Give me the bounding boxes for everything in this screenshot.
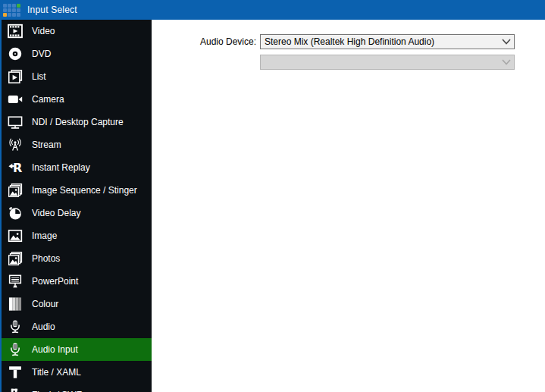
clock-icon: [6, 204, 24, 222]
replay-icon: R: [6, 158, 24, 177]
sidebar-item-label: PowerPoint: [32, 276, 78, 287]
image-icon: [6, 227, 24, 245]
photo-stack-icon: [6, 249, 24, 268]
sidebar-item-dvd[interactable]: DVD: [2, 42, 152, 65]
chevron-down-icon: [499, 35, 514, 49]
audio-device-select[interactable]: Stereo Mix (Realtek High Definition Audi…: [260, 34, 515, 49]
sidebar-item-audio[interactable]: Audio: [2, 315, 152, 338]
sidebar-item-list[interactable]: List: [2, 65, 152, 88]
vmix-logo-icon: [3, 4, 20, 17]
colour-swatch-icon: [6, 295, 24, 313]
monitor-icon: [6, 113, 24, 131]
secondary-device-select-disabled: [260, 55, 515, 70]
disc-icon: [6, 45, 24, 63]
window-title: Input Select: [27, 5, 77, 15]
sidebar-item-video-delay[interactable]: Video Delay: [2, 202, 152, 224]
audio-device-label: Audio Device:: [188, 34, 256, 49]
microphone-icon: [6, 318, 24, 336]
sidebar-item-instant-replay[interactable]: RInstant Replay: [2, 156, 152, 179]
titlebar: Input Select: [0, 0, 545, 20]
sidebar-item-label: Title / XAML: [32, 367, 81, 378]
sidebar-item-ndi-desktop-capture[interactable]: NDI / Desktop Capture: [2, 111, 152, 133]
sidebar-item-label: Video Delay: [32, 208, 81, 218]
sidebar-item-label: Photos: [32, 253, 60, 264]
sidebar-item-label: List: [32, 71, 46, 82]
presentation-icon: [6, 272, 24, 290]
sidebar-item-label: NDI / Desktop Capture: [32, 117, 124, 127]
sidebar-item-video[interactable]: Video: [2, 20, 152, 42]
input-select-window: Input Select VideoDVDListCameraNDI / Des…: [0, 0, 545, 392]
photo-stack-icon: [6, 181, 24, 199]
camera-icon: [6, 90, 24, 108]
sidebar-item-label: Video: [32, 26, 55, 36]
flash-icon: [6, 386, 24, 392]
sidebar-item-powerpoint[interactable]: PowerPoint: [2, 270, 152, 293]
sidebar-item-label: Stream: [32, 140, 61, 150]
film-icon: [6, 22, 24, 40]
list-icon: [6, 67, 24, 86]
sidebar-item-label: Image Sequence / Stinger: [32, 185, 137, 196]
sidebar-item-camera[interactable]: Camera: [2, 88, 152, 111]
sidebar-item-flash-swf[interactable]: Flash / SWF: [2, 384, 152, 392]
sidebar-item-photos[interactable]: Photos: [2, 247, 152, 270]
svg-text:R: R: [13, 161, 23, 175]
chevron-down-icon: [499, 55, 514, 69]
sidebar-item-label: DVD: [32, 49, 51, 59]
sidebar-item-label: Audio Input: [32, 344, 78, 355]
sidebar-item-label: Camera: [32, 94, 64, 105]
sidebar-item-image[interactable]: Image: [2, 224, 152, 247]
microphone-icon: [6, 340, 24, 359]
sidebar-item-label: Colour: [32, 299, 58, 309]
sidebar-item-colour[interactable]: Colour: [2, 293, 152, 315]
input-type-sidebar: VideoDVDListCameraNDI / Desktop CaptureS…: [2, 20, 152, 392]
sidebar-item-audio-input[interactable]: Audio Input: [2, 338, 152, 361]
sidebar-item-label: Instant Replay: [32, 162, 90, 173]
sidebar-item-image-sequence-stinger[interactable]: Image Sequence / Stinger: [2, 179, 152, 202]
sidebar-item-label: Audio: [32, 321, 55, 332]
sidebar-item-title-xaml[interactable]: Title / XAML: [2, 361, 152, 384]
sidebar-item-stream[interactable]: Stream: [2, 133, 152, 156]
sidebar-item-label: Image: [32, 230, 57, 241]
title-icon: [6, 363, 24, 381]
antenna-icon: [6, 136, 24, 154]
audio-device-value: Stereo Mix (Realtek High Definition Audi…: [261, 36, 499, 47]
